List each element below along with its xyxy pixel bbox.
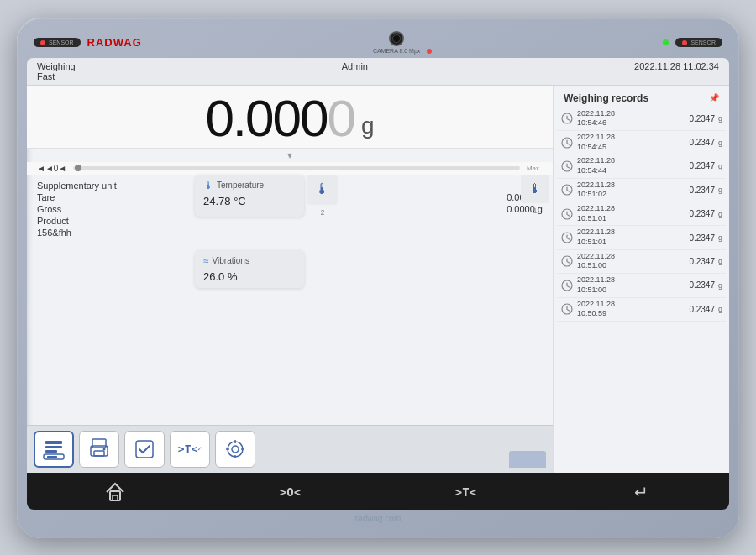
vibrations-value: 26.0 % [203,270,296,283]
record-unit-0: g [718,114,722,123]
record-unit-8: g [718,305,722,313]
temperature-value: 24.78 °C [203,195,296,207]
svg-rect-2 [45,450,57,453]
record-unit-7: g [718,281,722,290]
nav-enter-button[interactable]: ↵ [621,478,663,506]
screen-header: Weighing Fast Admin 2022.11.28 11:02:34 [27,58,729,86]
record-datetime-1: 2022.11.2810:54:45 [577,133,615,152]
user-label: Admin [342,61,368,71]
side-card-1: 🌡 [521,175,549,203]
gross-label: Gross [37,204,61,214]
record-unit-6: g [718,257,722,265]
record-icon-7 [560,279,574,292]
record-unit-3: g [718,186,722,194]
screen: Weighing Fast Admin 2022.11.28 11:02:34 … [27,58,729,510]
toolbar-btn-crosshair[interactable] [215,431,255,468]
nav-tare-button[interactable]: >T< [445,478,487,506]
record-unit-2: g [718,162,722,170]
camera-label: CAMERA 8.0 Mpx [373,48,420,54]
slider-max-label: Max [527,165,539,172]
record-icon-3 [560,183,574,196]
toolbar-btn-print-header[interactable] [34,431,74,468]
svg-rect-4 [47,456,57,458]
record-icon-2 [560,160,574,173]
vibrations-card: ≈ Vibrations 26.0 % [195,250,304,288]
record-row: 2022.11.2810:54:45 0.2347 g [557,131,726,154]
record-datetime-4: 2022.11.2810:51:01 [577,204,615,223]
camera-lens [389,31,404,46]
vibrations-card-header: ≈ Vibrations [203,255,296,267]
pin-icon: 📌 [709,93,719,102]
record-value-8: 0.2347 [689,305,715,314]
collapse-indicator[interactable]: ▾ [27,149,553,162]
sensor-pill-left: SENSOR [34,38,81,47]
weight-display: 0.000 0 g [27,86,553,149]
weight-unit: g [361,114,375,144]
info-panel: Supplementary unit Tare 0.0000 g Gross 0… [27,175,553,425]
record-value-4: 0.2347 [689,209,715,218]
logo: RADWAG [87,36,142,49]
record-value-2: 0.2347 [689,161,715,170]
supplementary-label: Supplementary unit [37,181,117,191]
device-body: SENSOR RADWAG CAMERA 8.0 Mpx SENSOR [17,18,739,538]
nav-zero-button[interactable]: >O< [270,478,312,506]
vibrations-label: Vibrations [213,256,249,265]
bottom-nav: >O< >T< ↵ [27,473,729,510]
record-unit-1: g [718,139,722,147]
camera-led [427,49,432,54]
sensor-led-left [40,40,45,45]
product-value: 156&fhh [37,227,543,238]
record-row: 2022.11.2810:51:02 0.2347 g [557,179,726,202]
record-row: 2022.11.2810:51:01 0.2347 g [557,202,726,226]
website-label: radwag.com [355,514,401,523]
screen-main: 0.000 0 g ▾ ◄◄0◄ Max Supplem [27,86,729,473]
sub-mode-label: Fast [37,71,76,81]
record-icon-4 [560,207,574,221]
side-card-label-1: 1 [521,207,549,215]
product-label: Product [37,216,69,226]
svg-rect-1 [45,446,62,448]
record-row: 2022.11.2810:54:44 0.2347 g [557,154,726,178]
record-row: 2022.11.2810:51:01 0.2347 g [557,226,726,249]
record-unit-4: g [718,210,722,218]
record-datetime-2: 2022.11.2810:54:44 [577,156,615,175]
thermometer-icon: 🌡 [203,180,213,191]
right-panel: Weighing records 📌 2022.11.2810:54:46 0.… [553,86,729,473]
sensor-label-right: SENSOR [690,39,716,45]
record-row: 2022.11.2810:54:46 0.2347 g [557,107,726,131]
temperature-label: Temperature [217,181,264,190]
datetime-label: 2022.11.28 11:02:34 [634,61,719,71]
record-datetime-8: 2022.11.2810:50:59 [577,300,615,319]
svg-point-8 [103,448,106,450]
temp-icon-small: 🌡 [315,181,330,198]
records-list: 2022.11.2810:54:46 0.2347 g 2022.11.2810… [557,107,726,322]
mode-label: Weighing [37,61,76,71]
nav-home-button[interactable] [94,478,136,506]
toolbar-tab [509,451,546,468]
slider-left-icon: ◄◄0◄ [37,164,66,173]
record-row: 2022.11.2810:50:59 0.2347 g [557,298,726,322]
card-small-1: 🌡 [307,175,338,205]
toolbar-row: >T< ✓ [27,425,553,473]
svg-rect-7 [94,451,104,456]
svg-point-11 [232,446,239,453]
record-icon-1 [560,136,574,149]
record-value-6: 0.2347 [689,257,715,266]
record-value-0: 0.2347 [689,114,715,123]
vibrations-icon: ≈ [203,255,209,267]
record-value-3: 0.2347 [689,186,715,195]
slider-bar[interactable] [73,166,520,170]
tare-label: Tare [37,192,55,202]
record-datetime-6: 2022.11.2810:51:00 [577,252,615,271]
temperature-card: 🌡 Temperature 24.78 °C [195,175,304,217]
records-title: Weighing records 📌 [557,91,726,107]
svg-point-10 [228,442,243,457]
sensor-label-left: SENSOR [49,39,74,45]
toolbar-btn-print[interactable] [79,431,119,468]
toolbar-btn-target[interactable]: >T< ✓ [170,431,210,468]
slider-thumb [75,165,81,171]
slider-row: ◄◄0◄ Max [27,162,553,175]
left-panel: 0.000 0 g ▾ ◄◄0◄ Max Supplem [27,86,553,473]
record-datetime-5: 2022.11.2810:51:01 [577,228,615,247]
toolbar-btn-confirm[interactable] [124,431,165,468]
